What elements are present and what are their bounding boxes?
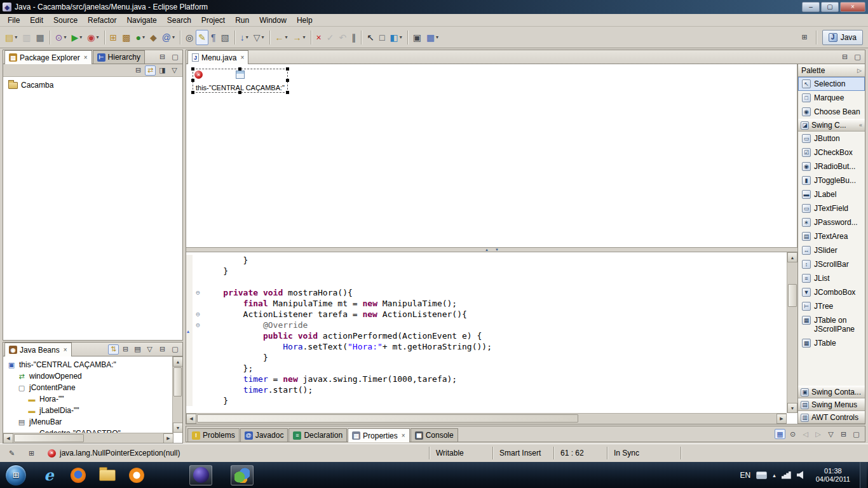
open-resource-icon[interactable]: ▧ <box>218 30 231 45</box>
window-close-button[interactable]: × <box>840 2 865 12</box>
fold-collapse-icon[interactable]: ⊖ <box>193 322 203 329</box>
scroll-left-icon[interactable]: ◀ <box>186 414 196 424</box>
close-icon[interactable]: × <box>402 432 405 439</box>
editor-horizontal-scrollbar[interactable]: ◀ ▶ <box>186 413 787 424</box>
window-minimize-button[interactable]: – <box>802 2 820 12</box>
new-java-project-icon[interactable]: ⊞ <box>107 30 120 45</box>
palette-header[interactable]: Palette ▷ <box>798 64 865 77</box>
palette-item-jslider[interactable]: ↔JSlider <box>798 243 865 257</box>
bean-jmenubar[interactable]: ▤jMenuBar <box>3 416 182 428</box>
tab-properties[interactable]: ▤Properties× <box>348 428 410 442</box>
pause-icon[interactable]: ∥ <box>349 30 358 45</box>
code-line[interactable]: ⊖ ActionListener tarefa = new ActionList… <box>186 309 786 320</box>
scroll-right-icon[interactable]: ▶ <box>163 433 173 443</box>
search-icon[interactable]: ◎ <box>183 30 196 45</box>
new-class-icon[interactable]: ●▾ <box>133 30 147 45</box>
menu-item-run[interactable]: Run <box>230 15 254 26</box>
sash-down-icon[interactable]: ▼ <box>495 248 499 252</box>
palette-drawer-swing-menus[interactable]: ▤Swing Menus <box>798 398 865 411</box>
clock[interactable]: 01:38 04/04/2011 <box>812 467 854 484</box>
external-tools-icon[interactable]: ⊙▾ <box>53 30 69 45</box>
collapse-all-icon[interactable]: ⊟ <box>133 65 144 76</box>
tab-javadoc[interactable]: @Javadoc <box>240 428 288 442</box>
collapse-all-icon[interactable]: ⊟ <box>120 344 131 355</box>
remove-all-icon[interactable]: × <box>314 30 324 45</box>
layout-icon[interactable]: ▤ <box>132 344 143 355</box>
package-explorer-content[interactable]: Cacamba <box>3 77 182 340</box>
palette-item-jlist[interactable]: ≡JList <box>798 271 865 285</box>
maximize-editor-icon[interactable]: ▢ <box>852 52 863 62</box>
javadoc-icon[interactable]: @▾ <box>159 30 177 45</box>
palette-drawer-awt-controls[interactable]: ▥AWT Controls <box>798 411 865 424</box>
minimize-view-icon[interactable]: ⊟ <box>157 344 168 355</box>
back-icon[interactable]: ←▾ <box>273 30 290 45</box>
marquee-tool-icon[interactable]: □ <box>377 30 387 45</box>
forward-icon[interactable]: →▾ <box>290 30 308 45</box>
internet-explorer-icon[interactable]: e <box>37 465 60 485</box>
filter-properties-icon[interactable]: ▦ <box>775 429 785 439</box>
minimize-view-icon[interactable]: ⊟ <box>838 429 849 439</box>
palette-drawer-swing-conta[interactable]: ▣Swing Conta... <box>798 386 865 398</box>
code-line[interactable]: } <box>186 255 786 266</box>
tab-declaration[interactable]: ≡Declaration <box>288 428 347 442</box>
close-icon[interactable]: × <box>84 54 88 61</box>
menu-item-window[interactable]: Window <box>254 15 292 26</box>
source-editor[interactable]: } }⊖ private void mostraHora(){ final Ma… <box>186 252 797 424</box>
scroll-left-icon[interactable]: ◀ <box>3 433 13 443</box>
maximize-view-icon[interactable]: ▢ <box>170 344 180 355</box>
view-menu-icon[interactable]: ▽ <box>169 65 180 76</box>
code-line[interactable]: } <box>186 352 786 363</box>
palette-item-jtextarea[interactable]: ▤JTextArea <box>798 229 865 243</box>
palette-item-jradiobut[interactable]: ◉JRadioBut... <box>798 159 865 173</box>
palette-brush-icon[interactable]: ◧▾ <box>387 30 404 45</box>
code-line[interactable]: } <box>186 395 786 406</box>
menu-item-help[interactable]: Help <box>292 15 318 26</box>
undo-icon[interactable]: ↶ <box>336 30 349 45</box>
new-wizard-icon[interactable]: ▤▾ <box>3 30 20 45</box>
menu-item-file[interactable]: File <box>3 15 25 26</box>
new-package-icon[interactable]: ▩ <box>119 30 133 45</box>
palette-item-jbutton[interactable]: ▭JButton <box>798 132 865 146</box>
palette-item-jtextfield[interactable]: ▭JTextField <box>798 201 865 215</box>
scroll-down-icon[interactable]: ▼ <box>787 403 797 413</box>
editor-vertical-scrollbar[interactable]: ▲ ▼ <box>787 252 797 413</box>
editor-sash[interactable]: ▲ ▼ <box>186 247 797 252</box>
palette-item-jtogglebu[interactable]: ▮JToggleBu... <box>798 173 865 187</box>
filter-icon[interactable]: ▽▾ <box>251 30 267 45</box>
sash-up-icon[interactable]: ▲ <box>485 248 489 252</box>
code-line[interactable]: final ManipulaTime mt = new ManipulaTime… <box>186 298 786 309</box>
scrollbar-thumb[interactable] <box>14 434 84 442</box>
tab-package-explorer[interactable]: ▤Package Explorer× <box>4 50 92 64</box>
menu-item-search[interactable]: Search <box>162 15 196 26</box>
selected-frame-widget[interactable]: × this-"CENTRAL CAÇAMBA:" <box>193 69 288 93</box>
volume-icon[interactable] <box>797 471 806 479</box>
tree-item-cacamba[interactable]: Cacamba <box>3 77 182 88</box>
next-annotation-icon[interactable]: ▷ <box>813 429 824 439</box>
code-line[interactable]: timer = new javax.swing.Timer(1000,taref… <box>186 374 786 384</box>
explorer-folder-icon[interactable] <box>96 465 119 485</box>
maximize-view-icon[interactable]: ▢ <box>170 52 180 62</box>
keyboard-layout-icon[interactable] <box>756 471 767 479</box>
tab-hierarchy[interactable]: ⊢Hierarchy <box>93 50 145 64</box>
open-perspective-icon[interactable]: ⊞ <box>799 32 810 43</box>
window-maximize-button[interactable]: ▢ <box>821 2 839 12</box>
scrollbar-thumb[interactable] <box>173 367 182 396</box>
scroll-up-icon[interactable]: ▲ <box>787 252 797 262</box>
sort-icon[interactable]: ↓▾ <box>238 30 251 45</box>
mark-occurrences-icon[interactable]: ✎ <box>196 30 208 45</box>
open-type-icon[interactable]: ◆ <box>147 30 159 45</box>
fold-collapse-icon[interactable]: ⊖ <box>193 311 203 318</box>
save-icon[interactable]: ▥ <box>20 30 33 45</box>
palette-tool-selection[interactable]: ↖Selection <box>798 77 865 91</box>
tab-java-beans[interactable]: ◉Java Beans× <box>4 342 72 356</box>
menu-item-navigate[interactable]: Navigate <box>121 15 161 26</box>
eclipse-taskbar-icon[interactable] <box>189 465 212 485</box>
menu-item-source[interactable]: Source <box>48 15 83 26</box>
scroll-up-icon[interactable]: ▲ <box>173 356 182 367</box>
show-whitespace-icon[interactable]: ¶ <box>208 30 219 45</box>
palette-item-jpassword[interactable]: ∗JPassword... <box>798 215 865 229</box>
design-canvas[interactable]: × this-"CENTRAL CAÇAMBA:" <box>186 64 797 247</box>
view-menu-icon[interactable]: ▽ <box>825 429 836 439</box>
code-line[interactable]: Hora.setText("Hora:"+ mt.getHoraString()… <box>186 341 786 352</box>
palette-item-jtree[interactable]: ⊢JTree <box>798 299 865 313</box>
